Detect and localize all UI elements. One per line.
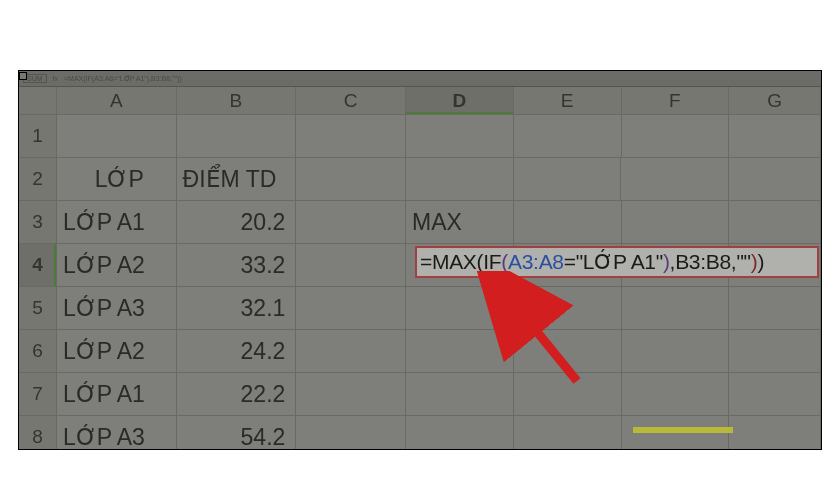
fx-icon[interactable]: fx: [53, 75, 58, 82]
cell-A2[interactable]: LỚP: [57, 158, 177, 201]
cell-F2[interactable]: [621, 158, 729, 201]
cell-C7[interactable]: [296, 373, 406, 416]
row-5: 5 LỚP A3 32.1: [19, 287, 821, 330]
row-7: 7 LỚP A1 22.2: [19, 373, 821, 416]
cell-D2[interactable]: [406, 158, 514, 201]
cell-B1[interactable]: [177, 115, 297, 158]
cell-B3[interactable]: 20.2: [177, 201, 297, 244]
cell-B6[interactable]: 24.2: [177, 330, 297, 373]
cell-D3[interactable]: MAX: [406, 201, 514, 244]
col-header-A[interactable]: A: [57, 87, 177, 115]
excel-screenshot: SUM fx =MAX(IF(A3:A8="LỚP A1"),B3:B8,"")…: [18, 70, 822, 450]
formula-paren-close3: ): [757, 250, 764, 274]
formula-bar: SUM fx =MAX(IF(A3:A8="LỚP A1"),B3:B8,"")…: [19, 71, 821, 87]
cell-D8[interactable]: [406, 416, 514, 450]
row-1: 1: [19, 115, 821, 158]
row-header-2[interactable]: 2: [19, 158, 57, 201]
row-header-7[interactable]: 7: [19, 373, 57, 416]
formula-paren-open: (: [501, 250, 508, 274]
cell-C5[interactable]: [296, 287, 406, 330]
cell-F6[interactable]: [622, 330, 730, 373]
cell-A4[interactable]: LỚP A2: [57, 244, 177, 287]
cell-F1[interactable]: [622, 115, 730, 158]
col-header-B[interactable]: B: [177, 87, 297, 115]
cell-C6[interactable]: [296, 330, 406, 373]
col-header-E[interactable]: E: [514, 87, 622, 115]
cell-D1[interactable]: [406, 115, 514, 158]
cell-G6[interactable]: [729, 330, 821, 373]
formula-range1: A3:A8: [508, 250, 564, 274]
cell-B5[interactable]: 32.1: [177, 287, 297, 330]
col-header-G[interactable]: G: [729, 87, 821, 115]
cell-G2[interactable]: [729, 158, 821, 201]
row-6: 6 LỚP A2 24.2: [19, 330, 821, 373]
cell-E2[interactable]: [514, 158, 622, 201]
row-8: 8 LỚP A3 54.2: [19, 416, 821, 450]
select-all-corner[interactable]: [19, 87, 57, 115]
row-header-8[interactable]: 8: [19, 416, 57, 450]
cell-E5[interactable]: [514, 287, 622, 330]
cell-A3[interactable]: LỚP A1: [57, 201, 177, 244]
cell-A8[interactable]: LỚP A3: [57, 416, 177, 450]
cell-G5[interactable]: [729, 287, 821, 330]
cell-G8[interactable]: [729, 416, 821, 450]
cell-A7[interactable]: LỚP A1: [57, 373, 177, 416]
cell-F5[interactable]: [622, 287, 730, 330]
formula-cond: ="LỚP A1": [564, 250, 663, 274]
cell-F8[interactable]: [622, 416, 730, 450]
window-handle: [19, 72, 27, 80]
formula-paren-close2: ): [751, 250, 758, 274]
formula-text: =MAX(IF: [420, 250, 501, 274]
cell-G3[interactable]: [729, 201, 821, 244]
formula-rest: ,B3:B8,"": [670, 250, 751, 274]
row-header-3[interactable]: 3: [19, 201, 57, 244]
cell-D7[interactable]: [406, 373, 514, 416]
col-header-D[interactable]: D: [406, 87, 514, 115]
cell-E7[interactable]: [514, 373, 622, 416]
row-3: 3 LỚP A1 20.2 MAX: [19, 201, 821, 244]
cell-D6[interactable]: [406, 330, 514, 373]
cell-B7[interactable]: 22.2: [177, 373, 297, 416]
row-header-4[interactable]: 4: [19, 244, 57, 287]
cell-A5[interactable]: LỚP A3: [57, 287, 177, 330]
cell-G7[interactable]: [729, 373, 821, 416]
col-header-F[interactable]: F: [622, 87, 730, 115]
formula-overlay[interactable]: =MAX(IF(A3:A8="LỚP A1"),B3:B8,"")): [415, 246, 819, 278]
cell-C8[interactable]: [296, 416, 406, 450]
cell-D5[interactable]: [406, 287, 514, 330]
cell-A1[interactable]: [57, 115, 177, 158]
cell-G1[interactable]: [729, 115, 821, 158]
cell-F3[interactable]: [622, 201, 730, 244]
col-header-C[interactable]: C: [296, 87, 406, 115]
row-header-6[interactable]: 6: [19, 330, 57, 373]
cell-A6[interactable]: LỚP A2: [57, 330, 177, 373]
cell-F7[interactable]: [622, 373, 730, 416]
cell-E1[interactable]: [514, 115, 622, 158]
cell-C1[interactable]: [296, 115, 406, 158]
cell-C2[interactable]: [296, 158, 406, 201]
highlight-marker: [633, 427, 733, 433]
cell-B2[interactable]: ĐIỂM TD: [177, 158, 297, 201]
cell-E6[interactable]: [514, 330, 622, 373]
row-header-1[interactable]: 1: [19, 115, 57, 158]
cell-B4[interactable]: 33.2: [177, 244, 297, 287]
row-2: 2 LỚP ĐIỂM TD: [19, 158, 821, 201]
cell-C3[interactable]: [296, 201, 406, 244]
column-header-row: A B C D E F G: [19, 87, 821, 115]
cell-B8[interactable]: 54.2: [177, 416, 297, 450]
cell-C4[interactable]: [296, 244, 406, 287]
row-header-5[interactable]: 5: [19, 287, 57, 330]
cell-E8[interactable]: [514, 416, 622, 450]
formula-bar-text[interactable]: =MAX(IF(A3:A8="LỚP A1"),B3:B8,"")): [64, 75, 182, 83]
cell-E3[interactable]: [514, 201, 622, 244]
formula-paren-close1: ): [663, 250, 670, 274]
